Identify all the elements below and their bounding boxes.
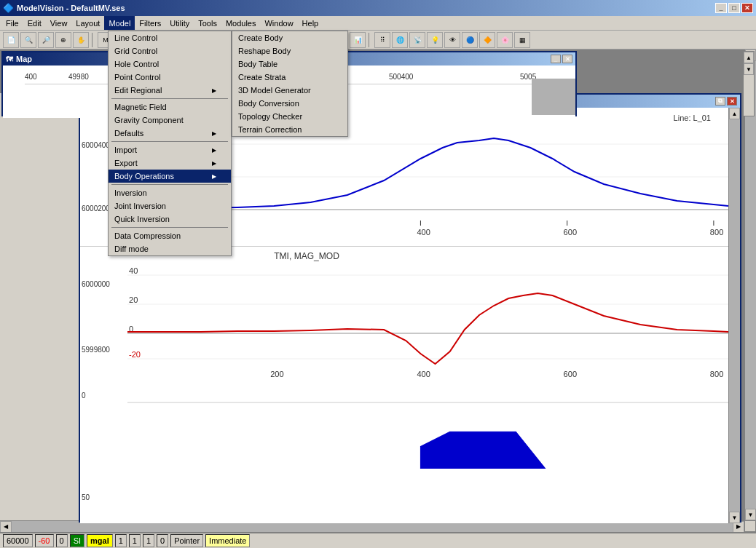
menu-import[interactable]: Import [109,143,231,156]
val3: 1 [143,534,154,547]
menu-gravity-component[interactable]: Gravity Component [109,114,231,127]
menu-inversion[interactable]: Inversion [109,186,231,199]
mag-chart: 40 20 0 -20 TMI, MAG_MOD 200 400 600 800 [127,246,728,388]
status-immediate: Immediate [205,534,250,547]
menu-diff-mode[interactable]: Diff mode [109,242,231,255]
tb-icon-1[interactable]: 📄 [3,32,19,48]
tb-icon-22[interactable]: 🌐 [392,32,408,48]
app-icon: 🔷 [3,3,14,13]
menu-model[interactable]: Model [104,16,135,30]
menu-edit[interactable]: Edit [23,16,46,30]
menu-view[interactable]: View [46,16,72,30]
scroll-left-btn[interactable]: ◀ [0,521,12,533]
tb-icon-28[interactable]: 🌸 [497,32,513,48]
maximize-button[interactable]: □ [728,3,740,13]
menu-help[interactable]: Help [298,16,323,30]
menu-filters[interactable]: Filters [135,16,165,30]
menu-sep-2 [111,141,228,142]
tb-icon-3[interactable]: 🔎 [38,32,54,48]
menu-joint-inversion[interactable]: Joint Inversion [109,199,231,213]
menu-magnetic-field[interactable]: Magnetic Field [109,100,231,114]
close-button[interactable]: ✕ [741,3,753,13]
submenu-body-conversion[interactable]: Body Conversion [232,97,347,110]
map-minimize[interactable]: _ [551,55,561,63]
svg-text:600: 600 [564,370,577,378]
svg-text:600: 600 [564,228,577,237]
menu-utility[interactable]: Utility [165,16,194,30]
tb-icon-23[interactable]: 📡 [409,32,425,48]
val4: 0 [157,534,168,547]
scroll-up-btn[interactable]: ▲ [744,52,754,63]
menu-tools[interactable]: Tools [194,16,221,30]
coord1: 60000 [3,534,33,547]
scroll-down-btn[interactable]: ▼ [744,63,754,75]
map-close[interactable]: ✕ [562,55,572,63]
val2: 1 [129,534,141,547]
unit1: SI [70,534,84,547]
line-scrollbar-v[interactable]: ▲ ▼ [728,108,740,523]
submenu-terrain-correction[interactable]: Terrain Correction [232,123,347,136]
menu-export[interactable]: Export [109,156,231,170]
tb-icon-24[interactable]: 💡 [427,32,443,48]
svg-text:200: 200 [270,370,283,378]
menu-hole-control[interactable]: Hole Control [109,57,231,71]
menu-line-control[interactable]: Line Control [109,31,231,44]
mode: Pointer [170,534,203,547]
tb-icon-26[interactable]: 🔵 [462,32,478,48]
submenu-create-strata[interactable]: Create Strata [232,71,347,84]
menu-data-compression[interactable]: Data Compression [109,229,231,242]
left-sidebar: View Layout [0,93,79,523]
coord3: 0 [56,534,68,547]
tb-icon-20[interactable]: 📊 [350,32,366,48]
menu-bar: File Edit View Layout Model Filters Util… [0,16,756,31]
menu-body-operations[interactable]: Body Operations [109,170,231,183]
submenu-reshape-body[interactable]: Reshape Body [232,44,347,57]
menu-point-control[interactable]: Point Control [109,71,231,84]
main-scroll-down[interactable]: ▼ [745,509,756,520]
svg-text:TMI, MAG_MOD: TMI, MAG_MOD [274,251,339,261]
menu-modules[interactable]: Modules [221,16,261,30]
map-title-text: Map [16,55,32,63]
line-close[interactable]: ✕ [727,97,737,106]
minimize-button[interactable]: _ [715,3,727,13]
title-bar: 🔷 ModelVision - DefaultMV.ses _ □ ✕ [0,0,756,16]
tb-icon-2[interactable]: 🔍 [20,32,36,48]
menu-grid-control[interactable]: Grid Control [109,44,231,57]
menu-layout[interactable]: Layout [71,16,104,30]
mag-y-axis: 6000000 5999800 [80,246,127,388]
main-scroll-track [745,61,756,509]
menu-window[interactable]: Window [260,16,297,30]
tb-icon-25[interactable]: 👁 [444,32,460,48]
tb-icon-27[interactable]: 🔶 [479,32,495,48]
menu-file[interactable]: File [1,16,23,30]
tb-icon-5[interactable]: ✋ [73,32,89,48]
tb-icon-4[interactable]: ⊕ [55,32,71,48]
status-bar: 60000 -60 0 SI mgal 1 1 1 0 Pointer Imme… [0,532,756,548]
svg-text:20: 20 [129,295,138,304]
menu-defaults[interactable]: Defaults [109,127,231,140]
scrollbar-corner [744,520,756,532]
line-scroll-up[interactable]: ▲ [729,108,740,119]
svg-text:400: 400 [417,228,430,237]
submenu-topology-checker[interactable]: Topology Checker [232,110,347,123]
submenu-body-table[interactable]: Body Table [232,57,347,71]
svg-text:-20: -20 [129,350,141,359]
main-scrollbar-v[interactable]: ▲ ▼ [744,49,756,520]
section-y-axis: 0 50 [80,388,127,523]
body-shape [127,388,728,523]
tb-icon-29[interactable]: ▦ [514,32,530,48]
line-restore[interactable]: ⧉ [715,97,725,106]
val1: 1 [115,534,127,547]
map-icon: 🗺 [6,55,13,63]
toolbar-separator-3 [369,33,371,47]
menu-quick-inversion[interactable]: Quick Inversion [109,213,231,226]
line-scroll-down[interactable]: ▼ [729,512,740,523]
submenu-3d-model-generator[interactable]: 3D Model Generator [232,84,347,97]
menu-edit-regional[interactable]: Edit Regional [109,84,231,97]
svg-marker-29 [420,432,545,468]
map-scrollbar-v[interactable]: ▲ ▼ [743,51,755,116]
model-dropdown: Line Control Grid Control Hole Control P… [108,31,232,256]
menu-sep-1 [111,98,228,99]
submenu-create-body[interactable]: Create Body [232,31,347,44]
tb-icon-21[interactable]: ⠿ [374,32,390,48]
